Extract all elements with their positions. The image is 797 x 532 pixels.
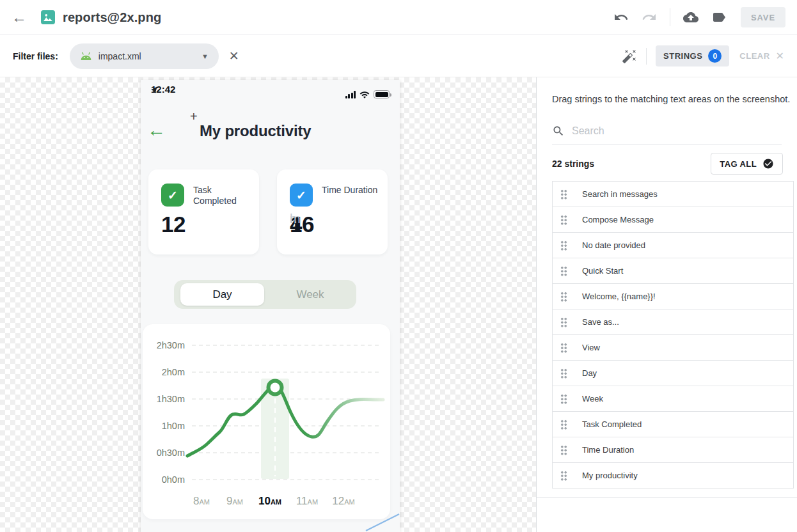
topbar-actions: SAVE — [607, 7, 785, 27]
string-list-item[interactable]: Save as... — [553, 309, 793, 335]
undo-button[interactable] — [613, 10, 629, 25]
save-button[interactable]: SAVE — [741, 7, 785, 27]
redo-icon — [642, 10, 657, 25]
drag-handle-icon[interactable] — [560, 240, 567, 251]
toggle-day-selected: Day — [180, 283, 264, 306]
string-list-item[interactable]: My productivity — [553, 463, 793, 489]
string-label: Welcome, {{name}}! — [582, 292, 656, 301]
auto-match-button[interactable] — [622, 49, 637, 64]
signal-icon — [345, 91, 356, 98]
file-filter-dropdown[interactable]: impact.xml ▼ — [70, 43, 219, 69]
svg-text:0h30m: 0h30m — [157, 448, 185, 458]
time-duration-label: Time Duration — [322, 185, 379, 196]
wifi-icon — [359, 91, 370, 98]
strings-count-label: 22 strings — [552, 159, 594, 169]
strings-filter-button[interactable]: STRINGS 0 — [656, 45, 729, 66]
app-window: ← reports@2x.png SAVE Filter files: — [0, 0, 797, 532]
strings-label: STRINGS — [663, 51, 702, 61]
string-label: Week — [582, 394, 603, 403]
strings-panel: Drag strings to the matching text areas … — [536, 77, 797, 532]
drag-handle-icon[interactable] — [560, 471, 567, 481]
tag-button[interactable] — [711, 10, 727, 25]
string-label: View — [582, 343, 600, 352]
phone-screen-title: My productivity — [200, 122, 311, 140]
string-list-item[interactable]: Quick Start — [553, 258, 793, 284]
string-list-item[interactable]: Day — [553, 361, 793, 386]
drag-handle-icon[interactable] — [560, 419, 567, 430]
filter-files-label: Filter files: — [13, 51, 58, 61]
string-label: Time Duration — [582, 445, 634, 455]
panel-divider — [537, 497, 797, 498]
string-list-item[interactable]: Search in messages — [553, 182, 793, 207]
string-list-item[interactable]: Task Completed — [553, 412, 793, 437]
string-label: Compose Message — [582, 215, 654, 224]
filter-bar-actions: STRINGS 0 CLEAR ✕ — [622, 45, 784, 66]
task-completed-value: 12 — [161, 212, 185, 237]
svg-text:0h0m: 0h0m — [162, 474, 185, 485]
drag-handle-icon[interactable] — [560, 317, 567, 327]
android-icon — [80, 52, 92, 61]
battery-icon — [374, 90, 390, 98]
back-icon[interactable]: ← — [12, 10, 27, 25]
string-list-item[interactable]: Welcome, {{name}}! — [553, 284, 793, 309]
svg-text:10AM: 10AM — [258, 495, 281, 507]
string-list-item[interactable]: Time Duration — [553, 437, 793, 463]
check-circle-icon — [762, 158, 774, 169]
toolbar-divider — [670, 8, 670, 26]
svg-text:2h30m: 2h30m — [157, 340, 185, 350]
task-completed-card: ✓ Task Completed 12 — [148, 169, 259, 254]
string-label: Task Completed — [582, 419, 642, 429]
upload-button[interactable] — [683, 10, 698, 25]
svg-text:11AM: 11AM — [296, 495, 318, 507]
string-list-item[interactable]: View — [553, 335, 793, 361]
task-completed-label: Task Completed — [193, 185, 251, 207]
svg-text:1h0m: 1h0m — [162, 421, 185, 431]
phone-screenshot[interactable]: 12:42 + ← My productivity ✓ Task Complet… — [141, 80, 400, 532]
drag-handle-icon[interactable] — [560, 292, 567, 302]
check-square-green-icon: ✓ — [161, 184, 184, 207]
filter-bar: Filter files: impact.xml ▼ ✕ STRINGS 0 C… — [0, 35, 797, 77]
strings-count-badge: 0 — [708, 49, 722, 63]
drag-handle-icon[interactable] — [560, 445, 567, 455]
toggle-week: Week — [264, 280, 356, 309]
string-label: Day — [582, 368, 597, 378]
svg-text:12AM: 12AM — [332, 495, 354, 507]
drag-handle-icon[interactable] — [560, 394, 567, 404]
svg-text:1h30m: 1h30m — [157, 394, 185, 404]
search-row — [552, 117, 782, 145]
phone-back-arrow-icon: ← — [147, 121, 166, 139]
string-label: Quick Start — [582, 266, 623, 276]
strings-list: Search in messages Compose Message No da… — [552, 181, 794, 489]
string-list-item[interactable]: No date provided — [553, 233, 793, 258]
tag-all-button[interactable]: TAG ALL — [711, 153, 783, 175]
editor-canvas: 12:42 + ← My productivity ✓ Task Complet… — [0, 77, 797, 532]
drag-handle-icon[interactable] — [560, 266, 567, 276]
tag-all-label: TAG ALL — [720, 159, 757, 169]
clear-file-filter-icon[interactable]: ✕ — [229, 49, 239, 63]
string-list-item[interactable]: Compose Message — [553, 207, 793, 233]
page-title: reports@2x.png — [63, 10, 161, 25]
y-axis-labels: 2h30m 2h0m 1h30m 1h0m 0h30m 0h0m — [157, 340, 185, 485]
string-label: Save as... — [582, 317, 619, 327]
clear-label: CLEAR — [739, 51, 769, 61]
drag-handle-icon[interactable] — [560, 189, 567, 199]
cloud-upload-icon — [683, 10, 698, 25]
label-icon — [711, 10, 727, 25]
peak-marker — [269, 381, 282, 395]
drag-handle-icon[interactable] — [560, 215, 567, 225]
search-input[interactable] — [572, 125, 782, 137]
drag-handle-icon[interactable] — [560, 368, 567, 379]
chevron-down-icon: ▼ — [201, 52, 209, 60]
string-label: No date provided — [582, 240, 645, 250]
annotation-plus-marker: + — [190, 109, 198, 124]
redo-button[interactable] — [642, 10, 657, 25]
day-week-toggle: Day Week — [174, 280, 356, 309]
clear-button[interactable]: CLEAR ✕ — [739, 50, 784, 62]
time-duration-card: ✓ Time Duration 1h 46m — [277, 169, 388, 254]
svg-text:9AM: 9AM — [226, 495, 243, 507]
string-list-item[interactable]: Week — [553, 386, 793, 412]
top-bar: ← reports@2x.png SAVE — [0, 0, 797, 35]
drag-handle-icon[interactable] — [560, 343, 567, 353]
magic-wand-icon — [622, 49, 637, 64]
selected-file-name: impact.xml — [99, 51, 141, 61]
